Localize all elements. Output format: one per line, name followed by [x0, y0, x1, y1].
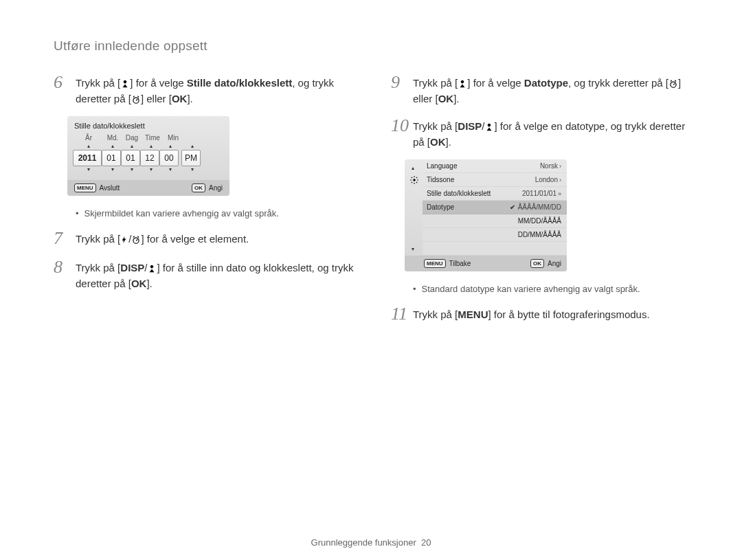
macro-down-icon — [484, 122, 494, 132]
footer-exit-label: Avslutt — [100, 184, 120, 192]
step-10: 10 Trykk på [DISP/] for å velge en datot… — [391, 116, 695, 150]
label-year: År — [74, 134, 103, 142]
chevron-up-icon[interactable]: ▴ — [142, 143, 161, 150]
spinner-hour[interactable]: 12 — [140, 150, 159, 166]
step-number: 7 — [54, 229, 76, 249]
spinner-year[interactable]: 2011 — [73, 150, 102, 166]
chevron-down-icon[interactable]: ▾ — [122, 166, 142, 173]
check-icon: ✔ — [510, 203, 515, 211]
ok-pill: OK — [192, 183, 205, 192]
ok-pill: OK — [530, 259, 544, 268]
gear-icon — [409, 175, 420, 186]
settings-row-datetype[interactable]: Datotype ✔ ÅÅÅÅ/MM/DD — [423, 201, 567, 214]
disp-label: DISP — [458, 120, 482, 132]
macro-down-icon — [147, 264, 157, 273]
step-number: 11 — [391, 304, 413, 324]
spinner-month[interactable]: 01 — [102, 150, 121, 166]
menu-pill: MENU — [424, 259, 446, 268]
chevron-down-icon[interactable]: ▾ — [161, 166, 180, 173]
svg-point-2 — [671, 82, 676, 87]
step-7: 7 Trykk på [/] for å velge et element. — [54, 229, 358, 249]
self-timer-icon — [131, 95, 141, 104]
flash-icon — [120, 235, 128, 245]
step-number: 9 — [391, 73, 413, 107]
step-text: Trykk på [MENU] for å bytte til fotograf… — [413, 304, 650, 324]
label-month: Md. — [103, 134, 122, 142]
step-9: 9 Trykk på [] for å velge Datotype, og t… — [391, 73, 695, 107]
macro-down-icon — [120, 79, 130, 89]
svg-point-3 — [413, 179, 416, 181]
note-1: • Skjermbildet kan variere avhengig av v… — [76, 207, 358, 221]
page-footer: Grunnleggende funksjoner 20 — [0, 537, 742, 548]
step-number: 10 — [391, 116, 413, 150]
figure-date-type: ▴ ▾ Language Norsk › Tidssone London › — [405, 159, 567, 271]
datetype-dropdown: MM/DD/ÅÅÅÅ DD/MM/ÅÅÅÅ — [423, 214, 567, 256]
step-number: 8 — [54, 258, 76, 291]
menu-pill: MENU — [74, 183, 96, 192]
spinner-ampm[interactable]: PM — [181, 150, 201, 166]
step-number: 6 — [54, 73, 76, 107]
settings-row-datetime[interactable]: Stille dato/klokkeslett 2011/01/01 » — [423, 187, 567, 201]
step-text: Trykk på [DISP/] for å velge en datotype… — [413, 116, 695, 150]
step-11: 11 Trykk på [MENU] for å bytte til fotog… — [391, 304, 695, 324]
spinner-day[interactable]: 01 — [121, 150, 140, 166]
ok-label: OK — [131, 278, 147, 289]
step-text: Trykk på [DISP/] for å stille inn dato o… — [76, 258, 358, 291]
chevron-right-icon: › — [559, 177, 561, 183]
label-min: Min — [164, 134, 183, 142]
settings-row-language[interactable]: Language Norsk › — [423, 159, 567, 173]
label-hour: Time — [142, 134, 164, 142]
chevron-down-icon[interactable]: ▾ — [103, 166, 122, 173]
step-text: Trykk på [] for å velge Stille dato/klok… — [76, 73, 358, 107]
datetype-option[interactable]: MM/DD/ÅÅÅÅ — [423, 214, 567, 228]
disp-label: DISP — [120, 262, 144, 273]
footer-back-label: Tilbake — [449, 260, 471, 267]
spinner-min[interactable]: 00 — [159, 150, 179, 166]
figure-title: Stille dato/klokkeslett — [67, 116, 229, 134]
chevron-right-icon: › — [559, 163, 561, 170]
note-2: • Standard datotype kan variere avhengig… — [413, 282, 695, 296]
page-title: Utføre innledende oppsett — [54, 38, 695, 54]
chevron-up-icon[interactable]: ▴ — [161, 143, 180, 150]
right-column: 9 Trykk på [] for å velge Datotype, og t… — [391, 73, 695, 333]
datetype-option[interactable]: DD/MM/ÅÅÅÅ — [423, 228, 567, 242]
chevron-up-icon[interactable]: ▴ — [74, 143, 103, 150]
self-timer-icon — [131, 235, 141, 245]
menu-label: MENU — [458, 309, 488, 320]
step-text: Trykk på [/] for å velge et element. — [76, 229, 249, 249]
settings-row-timezone[interactable]: Tidssone London › — [423, 173, 567, 187]
footer-set-label: Angi — [209, 184, 223, 192]
macro-down-icon — [458, 79, 467, 89]
ok-label: OK — [172, 93, 188, 104]
left-column: 6 Trykk på [] for å velge Stille dato/kl… — [54, 73, 358, 333]
label-day: Dag — [122, 134, 142, 142]
figure-date-time: Stille dato/klokkeslett År Md. Dag Time … — [67, 116, 229, 196]
chevron-down-icon[interactable]: ▾ — [74, 166, 103, 173]
empty-row — [423, 242, 567, 256]
chevron-up-icon[interactable]: ▴ — [412, 165, 414, 171]
ok-label: OK — [438, 93, 454, 104]
self-timer-icon — [668, 79, 678, 89]
chevron-up-icon[interactable]: ▴ — [103, 143, 122, 150]
chevron-right-icon: » — [558, 190, 561, 197]
chevron-up-icon[interactable]: ▴ — [122, 143, 142, 150]
svg-point-1 — [133, 238, 139, 243]
chevron-down-icon[interactable]: ▾ — [183, 166, 202, 173]
chevron-down-icon[interactable]: ▾ — [412, 246, 414, 252]
ok-label: OK — [430, 136, 446, 148]
step-text: Trykk på [] for å velge Datotype, og try… — [413, 73, 695, 107]
footer-set-label: Angi — [548, 260, 561, 267]
chevron-up-icon[interactable]: ▴ — [183, 143, 202, 150]
step-8: 8 Trykk på [DISP/] for å stille inn dato… — [54, 258, 358, 291]
chevron-down-icon[interactable]: ▾ — [142, 166, 161, 173]
step-6: 6 Trykk på [] for å velge Stille dato/kl… — [54, 73, 358, 107]
